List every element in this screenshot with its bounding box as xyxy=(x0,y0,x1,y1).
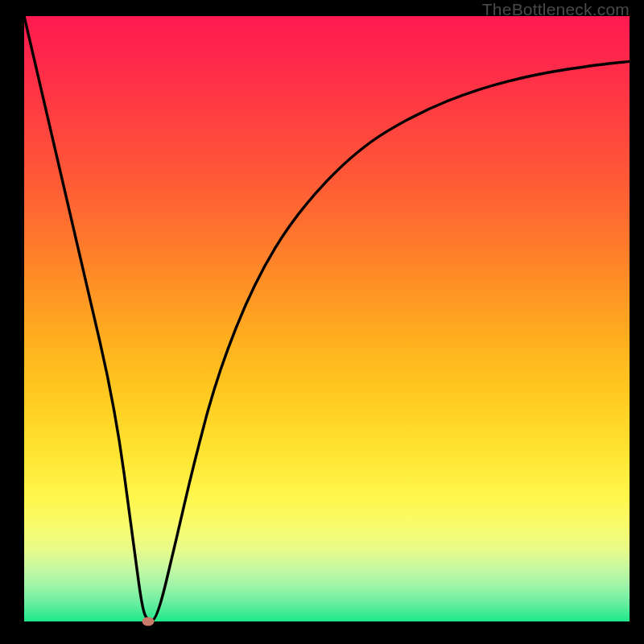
minimum-marker xyxy=(142,617,155,626)
line-series xyxy=(24,16,630,621)
watermark-text: TheBottleneck.com xyxy=(482,0,630,19)
chart-frame: TheBottleneck.com xyxy=(0,0,644,644)
plot-area xyxy=(24,16,630,621)
bottleneck-curve-path xyxy=(24,16,630,620)
